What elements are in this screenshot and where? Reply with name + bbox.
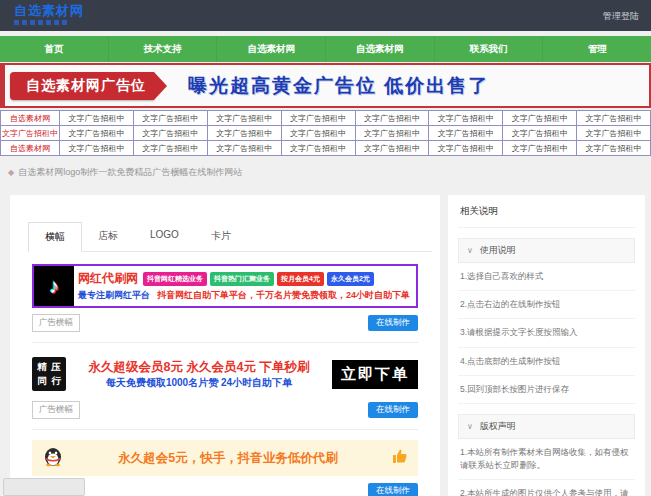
text-ad-cell[interactable]: 文字广告招租中 (355, 126, 429, 141)
promo-pill: 抖音网红精选业务 (143, 272, 207, 286)
text-ad-cell[interactable]: 文字广告招租中 (355, 141, 429, 156)
nav-item[interactable]: 联系我们 (434, 36, 543, 62)
promo-pill: 永久会员2元 (327, 272, 374, 286)
promo-ribbon: 自选素材网广告位 (10, 72, 154, 100)
sidebar: 相关说明 ∨使用说明1.选择自己喜欢的样式2.点击右边的在线制作按钮3.请根据提… (448, 195, 645, 496)
text-ad-cell[interactable]: 文字广告招租中 (207, 111, 281, 126)
penguin-icon (42, 445, 64, 471)
sidebar-note: 1.选择自己喜欢的样式 (458, 263, 635, 291)
banner2-logo-icon: 精压同行 (32, 357, 66, 391)
breadcrumb: ◆ 自选素材网logo制作一款免费精品广告横幅在线制作网站 (8, 166, 242, 179)
tiktok-logo-icon: ♪ (34, 266, 74, 306)
text-ad-cell[interactable]: 文字广告招租中 (429, 141, 503, 156)
make-online-button-1[interactable]: 在线制作 (368, 315, 418, 331)
banner1-subtitle: 最专注刷网红平台 (78, 289, 150, 302)
promo-pill: 按月会员4元 (277, 272, 324, 286)
site-logo[interactable]: 自选素材网 (14, 4, 84, 25)
promo-ad-banner[interactable]: 自选素材网广告位 曝光超高黄金广告位 低价出售了 (0, 63, 651, 108)
text-ad-cell[interactable]: 文字广告招租中 (577, 141, 651, 156)
nav-bar: 首页技术支持自选素材网自选素材网联系我们管理 (0, 36, 651, 62)
divider (32, 429, 418, 430)
text-ad-cell[interactable]: 文字广告招租中 (281, 126, 355, 141)
text-ad-cell[interactable]: 文字广告招租中 (503, 111, 577, 126)
thumbs-up-icon (392, 448, 408, 468)
promo-headline: 曝光超高黄金广告位 低价出售了 (188, 73, 489, 99)
ad-banner-qq[interactable]: 永久超会5元，快手，抖音业务低价代刷 (32, 440, 418, 476)
text-ad-cell[interactable]: 文字广告招租中 (133, 141, 207, 156)
main-panel: 横幅店标LOGO卡片 ♪ 网红代刷网 抖音网红精选业务抖音热门汇聚业务按月会员4… (10, 195, 440, 496)
sidebar-section-使用说明[interactable]: ∨使用说明 (458, 238, 635, 263)
sidebar-note: 3.请根据提示文字长度按照输入 (458, 319, 635, 347)
sidebar-title: 相关说明 (458, 203, 635, 228)
text-ad-cell[interactable]: 文字广告招租中 (429, 111, 503, 126)
text-ad-cell[interactable]: 文字广告招租中 (503, 126, 577, 141)
top-header: 自选素材网 管理登陆 (0, 0, 651, 31)
text-ad-cell[interactable]: 文字广告招租中 (577, 111, 651, 126)
admin-login-link[interactable]: 管理登陆 (603, 10, 639, 23)
text-ad-cell[interactable]: 文字广告招租中 (133, 111, 207, 126)
site-logo-title: 自选素材网 (14, 4, 84, 18)
text-ad-cell[interactable]: 自选素材网 (1, 141, 60, 156)
banner2-line2: 每天免费领取1000名片赞 24小时自助下单 (74, 376, 324, 390)
ad-type-label: 广告横幅 (32, 401, 80, 419)
banner-list: ♪ 网红代刷网 抖音网红精选业务抖音热门汇聚业务按月会员4元永久会员2元 最专注… (10, 252, 440, 496)
sidebar-note: 1.本站所有制作素材来自网络收集，如有侵权请联系站长立即删除。 (458, 439, 635, 480)
make-online-button-2[interactable]: 在线制作 (368, 402, 418, 418)
sidebar-note: 4.点击底部的生成制作按钮 (458, 348, 635, 376)
ad-banner-tiktok[interactable]: ♪ 网红代刷网 抖音网红精选业务抖音热门汇聚业务按月会员4元永久会员2元 最专注… (32, 264, 418, 308)
text-ad-cell[interactable]: 文字广告招租中 (207, 126, 281, 141)
nav-item[interactable]: 自选素材网 (325, 36, 434, 62)
text-ad-cell[interactable]: 文字广告招租中 (60, 126, 134, 141)
text-ad-cell[interactable]: 自选素材网 (1, 111, 60, 126)
text-ad-cell[interactable]: 文字广告招租中 (281, 141, 355, 156)
chevron-down-icon: ∨ (467, 422, 473, 431)
tab-横幅[interactable]: 横幅 (28, 222, 82, 252)
sidebar-note: 2.本站所生成的图片仅供个人参考与使用，请勿用于其他非法用途或者商业用途否则后果… (458, 480, 635, 496)
banner3-text: 永久超会5元，快手，抖音业务低价代刷 (72, 450, 384, 467)
sidebar-note: 2.点击右边的在线制作按钮 (458, 291, 635, 319)
tab-店标[interactable]: 店标 (82, 222, 134, 251)
text-ad-cell[interactable]: 文字广告招租中 (1, 126, 60, 141)
status-tooltip (3, 478, 85, 496)
text-ad-cell[interactable]: 文字广告招租中 (60, 111, 134, 126)
site-logo-subtitle-decoration (14, 20, 68, 25)
text-ad-cell[interactable]: 文字广告招租中 (207, 141, 281, 156)
nav-item[interactable]: 技术支持 (108, 36, 217, 62)
text-ad-cell[interactable]: 文字广告招租中 (355, 111, 429, 126)
chevron-down-icon: ∨ (467, 246, 473, 255)
order-now-button[interactable]: 立即下单 (332, 360, 418, 389)
text-ad-table: 自选素材网文字广告招租中文字广告招租中文字广告招租中文字广告招租中文字广告招租中… (0, 110, 651, 156)
banner1-tagline: 抖音网红自助下单平台，千万名片赞免费领取，24小时自助下单！ (157, 289, 412, 302)
nav-item[interactable]: 管理 (542, 36, 651, 62)
make-online-button-3[interactable]: 在线制作 (368, 483, 418, 496)
banner1-title: 网红代刷网 (78, 270, 138, 287)
text-ad-cell[interactable]: 文字广告招租中 (133, 126, 207, 141)
tab-卡片[interactable]: 卡片 (195, 222, 247, 251)
banner2-line1: 永久超级会员8元 永久会员4元 下单秒刷 (74, 359, 324, 376)
pill-row: 抖音网红精选业务抖音热门汇聚业务按月会员4元永久会员2元 (143, 272, 374, 286)
breadcrumb-text: 自选素材网logo制作一款免费精品广告横幅在线制作网站 (18, 166, 242, 179)
divider (32, 342, 418, 343)
nav-item[interactable]: 首页 (0, 36, 108, 62)
sidebar-sections: ∨使用说明1.选择自己喜欢的样式2.点击右边的在线制作按钮3.请根据提示文字长度… (458, 238, 635, 496)
ad-banner-vip[interactable]: 精压同行 永久超级会员8元 永久会员4元 下单秒刷 每天免费领取1000名片赞 … (32, 353, 418, 395)
text-ad-cell[interactable]: 文字广告招租中 (281, 111, 355, 126)
tab-LOGO[interactable]: LOGO (134, 222, 195, 251)
text-ad-cell[interactable]: 文字广告招租中 (503, 141, 577, 156)
ad-type-label: 广告横幅 (32, 314, 80, 332)
tab-bar: 横幅店标LOGO卡片 (28, 222, 432, 252)
nav-item[interactable]: 自选素材网 (216, 36, 325, 62)
text-ad-cell[interactable]: 文字广告招租中 (429, 126, 503, 141)
sidebar-section-版权声明[interactable]: ∨版权声明 (458, 414, 635, 439)
text-ad-cell[interactable]: 文字广告招租中 (60, 141, 134, 156)
promo-pill: 抖音热门汇聚业务 (210, 272, 274, 286)
text-ad-cell[interactable]: 文字广告招租中 (577, 126, 651, 141)
breadcrumb-diamond-icon: ◆ (8, 168, 14, 177)
sidebar-note: 5.回到顶部长按图片进行保存 (458, 376, 635, 404)
